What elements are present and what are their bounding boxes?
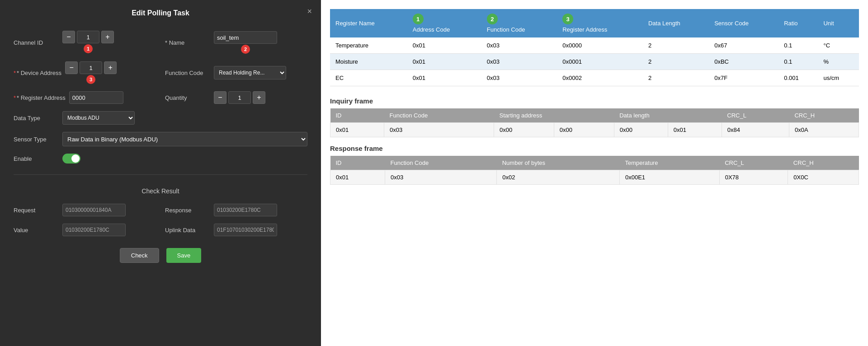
inquiry-title: Inquiry frame: [330, 97, 859, 105]
cell-0-1: 0x01: [407, 37, 481, 54]
quantity-input[interactable]: [228, 91, 251, 104]
name-input[interactable]: [214, 31, 277, 44]
cell-1-2: 0x03: [481, 54, 557, 70]
cell-0-4: 2: [643, 37, 709, 54]
table-row: EC0x010x030x000220x7F0.001us/cm: [330, 70, 859, 86]
table-header-row: Register Name 1 Address Code 2 Function …: [330, 9, 859, 37]
check-result-title: Check Result: [14, 187, 307, 195]
reference-table-body: Temperature0x010x030x000020x670.1°CMoist…: [330, 37, 859, 86]
th-ratio: Ratio: [778, 9, 818, 37]
cell-2-7: us/cm: [818, 70, 859, 86]
quantity-increment[interactable]: +: [253, 91, 265, 104]
response-crc-h: 0X0C: [788, 170, 859, 185]
inquiry-id: 0x01: [330, 123, 384, 137]
device-address-input[interactable]: [80, 61, 102, 74]
cell-0-3: 0x0000: [557, 37, 643, 54]
cell-0-2: 0x03: [481, 37, 557, 54]
inquiry-crc-h: 0x0A: [789, 123, 859, 137]
channel-id-decrement[interactable]: −: [62, 31, 75, 43]
inquiry-th-crc-l: CRC_L: [722, 108, 789, 123]
response-th-function-code: Function Code: [385, 156, 497, 170]
response-label: Response: [165, 207, 210, 214]
th-badge-2: 2: [487, 14, 498, 24]
divider-1: [14, 174, 307, 175]
modal-title: Edit Polling Task: [9, 9, 312, 22]
cell-2-0: EC: [330, 70, 407, 86]
data-type-select[interactable]: Modbus ADU: [62, 111, 135, 125]
inquiry-function-code: 0x03: [384, 123, 494, 137]
reference-panel: Register Name 1 Address Code 2 Function …: [321, 0, 868, 346]
cell-2-2: 0x03: [481, 70, 557, 86]
channel-id-input[interactable]: [77, 31, 99, 43]
response-crc-l: 0X78: [719, 170, 788, 185]
edit-polling-modal: × Edit Polling Task Channel ID − + 1 * N…: [0, 0, 321, 346]
check-button[interactable]: Check: [120, 248, 159, 263]
register-address-input[interactable]: [69, 91, 123, 104]
cell-2-4: 2: [643, 70, 709, 86]
uplink-row: Uplink Data: [165, 224, 307, 236]
close-button[interactable]: ×: [307, 7, 312, 16]
response-function-code: 0x03: [385, 170, 497, 185]
register-address-label: ** Register Address: [14, 94, 66, 101]
inquiry-th-id: ID: [330, 108, 384, 123]
th-register-address-label: Register Address: [562, 26, 607, 33]
channel-id-increment[interactable]: +: [101, 31, 114, 43]
enable-toggle[interactable]: [62, 154, 80, 164]
toggle-knob: [71, 154, 80, 163]
th-data-length: Data Length: [643, 9, 709, 37]
device-address-decrement[interactable]: −: [65, 61, 78, 74]
sensor-type-label: Sensor Type: [14, 136, 59, 143]
response-value: [214, 204, 277, 216]
quantity-label: Quantity: [165, 94, 210, 101]
cell-1-7: %: [818, 54, 859, 70]
channel-id-row: Channel ID − + 1: [14, 31, 156, 54]
cell-0-0: Temperature: [330, 37, 407, 54]
cell-1-6: 0.1: [778, 54, 818, 70]
request-label: Request: [14, 207, 59, 214]
cell-2-1: 0x01: [407, 70, 481, 86]
quantity-decrement[interactable]: −: [214, 91, 226, 104]
cell-1-0: Moisture: [330, 54, 407, 70]
th-function-code-label: Function Code: [487, 26, 525, 33]
value-label: Value: [14, 227, 59, 234]
sensor-type-select[interactable]: Raw Data in Binary (Modbus ADU): [62, 132, 307, 146]
cell-0-6: 0.1: [778, 37, 818, 54]
value-input: [62, 224, 126, 236]
value-row: Value: [14, 224, 156, 236]
data-type-row: Data Type Modbus ADU: [14, 111, 307, 125]
response-row: Response: [165, 204, 307, 216]
badge-2: 2: [241, 45, 250, 54]
device-address-increment[interactable]: +: [104, 61, 117, 74]
function-code-select[interactable]: Read Holding Re...: [214, 66, 286, 79]
device-address-row: ** Device Address − + 3: [14, 61, 156, 84]
request-row: Request: [14, 204, 156, 216]
th-function-code-container: 2 Function Code: [487, 14, 552, 33]
th-badge-3: 3: [562, 14, 573, 24]
enable-row: Enable: [14, 154, 307, 164]
response-th-crc-l: CRC_L: [719, 156, 788, 170]
data-type-label: Data Type: [14, 115, 59, 122]
th-register-address-container: 3 Register Address: [562, 14, 637, 33]
th-function-code: 2 Function Code: [481, 9, 557, 37]
th-address-code-label: Address Code: [413, 26, 450, 33]
inquiry-th-function-code: Function Code: [384, 108, 494, 123]
uplink-value: [214, 224, 277, 236]
save-button[interactable]: Save: [166, 248, 202, 263]
response-data-row: 0x01 0x03 0x02 0x00E1 0X78 0X0C: [330, 170, 859, 185]
inquiry-header-row: ID Function Code Starting address Data l…: [330, 108, 859, 123]
th-register-name: Register Name: [330, 9, 407, 37]
channel-id-label: Channel ID: [14, 39, 59, 46]
enable-label: Enable: [14, 155, 59, 162]
cell-2-5: 0x7F: [709, 70, 778, 86]
response-temperature: 0x00E1: [619, 170, 719, 185]
th-register-name-label: Register Name: [335, 20, 402, 27]
quantity-row: Quantity − +: [165, 91, 307, 104]
badge-3: 3: [86, 75, 95, 84]
inquiry-th-crc-h: CRC_H: [789, 108, 859, 123]
inquiry-th-data-length: Data length: [614, 108, 722, 123]
th-sensor-code: Sensor Code: [709, 9, 778, 37]
device-address-stepper: − + 3: [65, 61, 117, 84]
th-badge-1: 1: [413, 14, 424, 24]
inquiry-section: Inquiry frame ID Function Code Starting …: [330, 97, 859, 137]
inquiry-th-starting-address: Starting address: [494, 108, 614, 123]
